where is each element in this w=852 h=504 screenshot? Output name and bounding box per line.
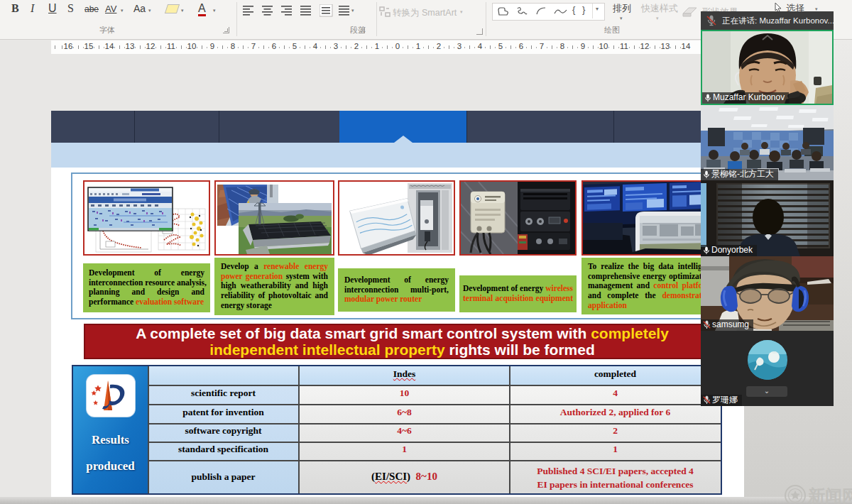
svg-text:新闻网: 新闻网: [807, 486, 852, 504]
